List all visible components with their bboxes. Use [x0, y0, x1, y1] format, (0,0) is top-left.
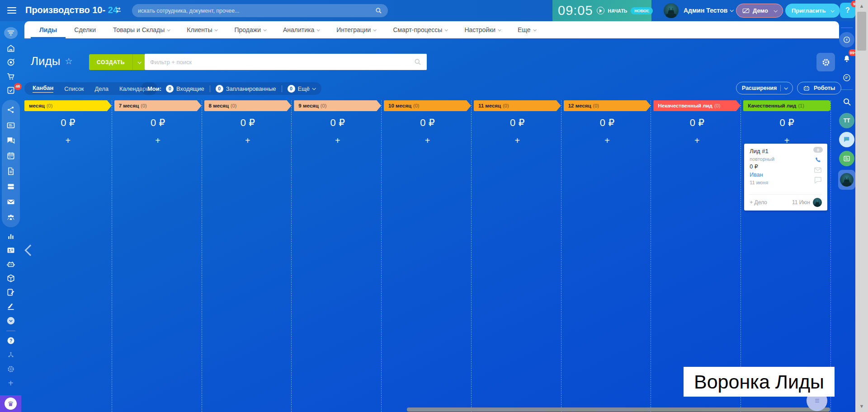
live-feed-icon[interactable]	[4, 27, 18, 39]
market-icon[interactable]	[5, 43, 16, 53]
add-lead-button[interactable]: +	[564, 136, 651, 146]
add-lead-button[interactable]: +	[474, 136, 561, 146]
create-button[interactable]: СОЗДАТЬ	[89, 54, 145, 70]
workspace-title[interactable]: Производство 10- 24	[25, 5, 118, 15]
nav-clients[interactable]: Клиенты	[178, 21, 226, 38]
search-icon[interactable]	[414, 58, 421, 66]
contract-icon[interactable]	[5, 288, 16, 297]
kanban-column-header[interactable]: 9 месяц (0)	[294, 100, 381, 111]
analytics-icon[interactable]	[5, 232, 16, 241]
nav-products[interactable]: Товары и Склады	[104, 21, 178, 38]
helpdesk-button[interactable]: ? 9	[840, 3, 855, 18]
news-icon[interactable]	[839, 151, 854, 166]
nav-analytics[interactable]: Аналитика	[274, 21, 328, 38]
notifications-icon[interactable]: 99+	[839, 51, 854, 66]
kanban-column-header[interactable]: 8 месяц (0)	[204, 100, 292, 111]
invite-button[interactable]: Пригласить	[785, 4, 840, 18]
play-icon[interactable]	[597, 7, 604, 14]
help-icon[interactable]: ?	[5, 336, 16, 346]
kanban-column-header[interactable]: 12 месяц (0)	[564, 100, 651, 111]
add-lead-button[interactable]: +	[204, 136, 292, 146]
kanban-column-header[interactable]: месяц (0)	[24, 100, 112, 111]
nav-smart-processes[interactable]: Смарт-процессы	[384, 21, 456, 38]
assignee-avatar[interactable]	[813, 198, 822, 207]
favorite-star-icon[interactable]: ☆	[65, 56, 72, 66]
crm-target-icon[interactable]	[5, 57, 16, 67]
lead-contact-link[interactable]: Иван	[750, 172, 822, 178]
demo-button[interactable]: Демо	[736, 4, 783, 18]
nav-deals[interactable]: Сделки	[66, 21, 104, 38]
nav-integrations[interactable]: Интеграции	[328, 21, 384, 38]
user-menu[interactable]: Админ Тестов	[684, 7, 733, 14]
drive-icon[interactable]	[5, 181, 16, 192]
scrollbar-thumb[interactable]	[857, 12, 866, 51]
add-lead-button[interactable]: +	[294, 136, 381, 146]
kanban-column-header[interactable]: Качественный лид (1)	[743, 100, 830, 111]
feedback-icon[interactable]	[839, 70, 854, 85]
counter-planned[interactable]: 0Запланированные	[216, 85, 276, 93]
chat-icon[interactable]	[814, 177, 821, 183]
robot-icon[interactable]	[5, 260, 16, 269]
scroll-up-arrow[interactable]: ▲	[855, 3, 868, 9]
nav-more[interactable]: Еще	[509, 21, 544, 38]
premium-crown-item[interactable]: ♛	[0, 395, 21, 412]
kanban-column-header[interactable]: 10 месяц (0)	[384, 100, 471, 111]
kanban-column-header[interactable]: Некачественный лид (0)	[653, 100, 741, 111]
view-list[interactable]: Список	[64, 85, 84, 92]
view-activities[interactable]: Дела	[95, 85, 108, 92]
avatar-tt[interactable]: TT	[839, 113, 854, 128]
lead-title[interactable]: Лид #1	[750, 148, 822, 154]
mail-icon[interactable]	[5, 197, 16, 207]
add-lead-button[interactable]: +	[384, 136, 471, 146]
robots-button[interactable]: Роботы	[797, 82, 841, 94]
kanban-column-header[interactable]: 7 месяц (0)	[114, 100, 202, 111]
messenger-icon[interactable]	[5, 135, 16, 146]
view-kanban[interactable]: Канбан	[33, 84, 53, 93]
lead-card[interactable]: Лид #1 повторный 0 ₽ Иван 11 июня 0 + Де…	[744, 144, 827, 211]
board-settings-button[interactable]	[816, 53, 835, 71]
collapse-menu-icon[interactable]	[5, 316, 16, 326]
documents-icon[interactable]	[5, 166, 16, 177]
phone-icon[interactable]	[814, 156, 821, 164]
extensions-button[interactable]: Расширения	[736, 82, 793, 94]
add-lead-button[interactable]: +	[653, 136, 741, 146]
scroll-down-arrow[interactable]: ▼	[855, 403, 868, 409]
add-lead-button[interactable]: +	[114, 136, 202, 146]
nav-leads[interactable]: Лиды	[31, 21, 66, 38]
user-avatar[interactable]	[664, 3, 679, 18]
global-search-input[interactable]	[138, 8, 375, 14]
kanban-column-header[interactable]: 11 месяц (0)	[474, 100, 561, 111]
settings-gear-icon[interactable]	[5, 364, 16, 374]
vacancies-icon[interactable]	[5, 120, 16, 131]
time-tracker-widget[interactable]: 09:05 НАЧАТЬ НОВОЕ	[552, 0, 651, 21]
vertical-scrollbar[interactable]: ▲ ▼	[855, 0, 868, 412]
box-icon[interactable]	[5, 274, 16, 283]
hamburger-menu-icon[interactable]	[7, 7, 16, 14]
calendar-icon[interactable]	[5, 150, 16, 161]
add-lead-button[interactable]: +	[24, 136, 112, 146]
nav-settings[interactable]: Настройки	[456, 21, 509, 38]
counter-more[interactable]: 0Ещё	[288, 85, 316, 93]
horizontal-scrollbar-thumb[interactable]	[407, 407, 830, 412]
chats-icon[interactable]	[839, 132, 854, 147]
start-workday-button[interactable]: НАЧАТЬ	[608, 8, 627, 14]
search-icon[interactable]	[839, 94, 854, 109]
employees-icon[interactable]	[5, 212, 16, 223]
create-dropdown-arrow[interactable]	[132, 54, 145, 70]
switch-arrows-icon[interactable]	[115, 7, 122, 13]
nav-sales[interactable]: Продажи	[226, 21, 274, 38]
structure-icon[interactable]	[5, 350, 16, 360]
updates-icon[interactable]	[839, 32, 854, 47]
filter-search-input[interactable]	[150, 59, 414, 66]
counter-incoming[interactable]: 0Входящие	[166, 85, 204, 93]
add-activity-link[interactable]: + Дело	[750, 199, 767, 206]
mail-icon[interactable]	[814, 167, 821, 173]
id-card-icon[interactable]	[5, 246, 16, 255]
tasks-icon[interactable]: 46	[5, 86, 16, 95]
active-user-avatar-item[interactable]	[838, 170, 855, 190]
shop-cart-icon[interactable]	[5, 71, 16, 81]
add-plus-icon[interactable]: +	[5, 378, 16, 389]
sign-pen-icon[interactable]	[5, 302, 16, 311]
workgroups-icon[interactable]	[5, 104, 16, 115]
search-icon[interactable]	[375, 7, 382, 14]
